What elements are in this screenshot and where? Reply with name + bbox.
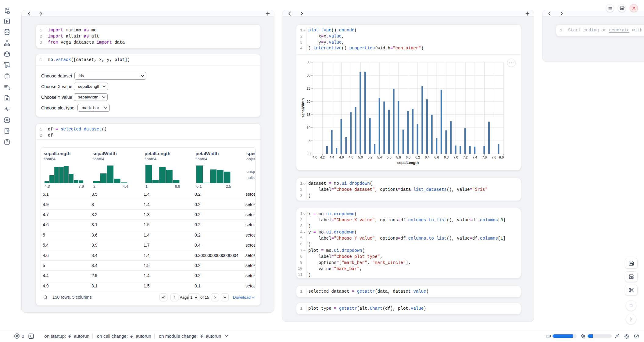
svg-text:7.4: 7.4	[473, 155, 477, 159]
svg-text:20: 20	[307, 100, 310, 103]
svg-text:0: 0	[309, 152, 310, 156]
svg-text:5.0: 5.0	[358, 155, 363, 159]
svg-text:sepalWidth: sepalWidth	[301, 98, 305, 118]
svg-text:8.0: 8.0	[499, 155, 504, 159]
svg-text:4.0: 4.0	[313, 155, 317, 159]
svg-text:7.2: 7.2	[463, 155, 467, 159]
svg-text:6.8: 6.8	[444, 155, 449, 159]
svg-text:5: 5	[309, 139, 310, 143]
svg-text:6.6: 6.6	[435, 155, 439, 159]
svg-text:15: 15	[307, 113, 310, 116]
svg-text:4.8: 4.8	[349, 155, 353, 159]
svg-text:6.2: 6.2	[415, 155, 420, 159]
svg-text:7.8: 7.8	[492, 155, 496, 159]
svg-text:30: 30	[307, 73, 310, 77]
svg-text:25: 25	[307, 87, 310, 90]
svg-text:4.2: 4.2	[320, 155, 325, 159]
svg-text:35: 35	[307, 60, 310, 64]
svg-text:5.8: 5.8	[396, 155, 401, 159]
svg-text:7.6: 7.6	[482, 155, 487, 159]
svg-text:4.4: 4.4	[330, 155, 334, 159]
svg-text:5.6: 5.6	[387, 155, 391, 159]
svg-text:5.4: 5.4	[377, 155, 382, 159]
svg-text:4.6: 4.6	[339, 155, 344, 159]
svg-text:sepalLength: sepalLength	[397, 161, 419, 165]
svg-text:10: 10	[307, 126, 310, 130]
svg-text:7.0: 7.0	[453, 155, 458, 159]
svg-text:6.4: 6.4	[425, 155, 429, 159]
svg-text:6.0: 6.0	[406, 155, 410, 159]
svg-text:5.2: 5.2	[368, 155, 372, 159]
